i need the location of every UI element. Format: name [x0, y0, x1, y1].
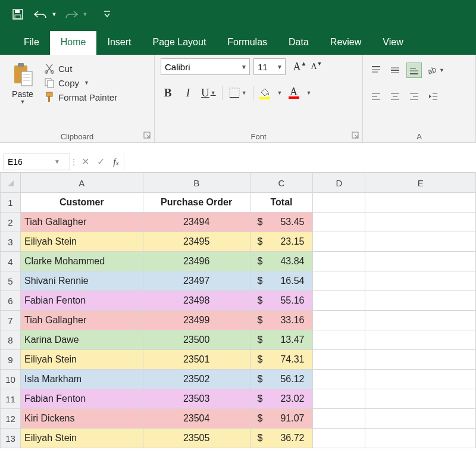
cell[interactable]: 23498: [143, 291, 250, 311]
enter-formula-icon[interactable]: ✓: [93, 156, 108, 167]
cell[interactable]: [313, 350, 365, 370]
cell[interactable]: $23.02: [250, 389, 313, 409]
copy-dropdown-icon[interactable]: ▼: [84, 80, 89, 86]
cell[interactable]: $56.12: [250, 370, 313, 389]
row-header[interactable]: 9: [1, 350, 21, 370]
cell[interactable]: [365, 370, 476, 389]
chevron-down-icon[interactable]: ▼: [274, 64, 285, 70]
select-all-button[interactable]: [1, 173, 21, 193]
formula-input[interactable]: [124, 154, 476, 170]
cell[interactable]: $16.54: [250, 271, 313, 291]
underline-button[interactable]: U▼: [201, 86, 216, 100]
row-header[interactable]: 13: [1, 429, 21, 448]
cut-button[interactable]: Cut: [44, 63, 117, 74]
cell[interactable]: Isla Markham: [20, 370, 143, 389]
align-middle-button[interactable]: [388, 63, 402, 77]
font-dialog-launcher-icon[interactable]: [352, 132, 360, 140]
cell[interactable]: 23497: [143, 271, 250, 291]
cell[interactable]: [313, 291, 365, 311]
align-right-button[interactable]: [407, 89, 421, 104]
cell[interactable]: 23505: [143, 429, 250, 448]
cell[interactable]: [365, 311, 476, 330]
cell[interactable]: [365, 213, 476, 232]
tab-formulas[interactable]: Formulas: [217, 31, 278, 55]
cell[interactable]: Eiliyah Stein: [20, 350, 143, 370]
fill-color-button[interactable]: [259, 87, 270, 99]
tab-home[interactable]: Home: [50, 31, 97, 55]
italic-button[interactable]: I: [181, 86, 195, 100]
tab-review[interactable]: Review: [320, 31, 372, 55]
cell[interactable]: [365, 252, 476, 271]
tab-file[interactable]: File: [13, 31, 50, 55]
redo-icon[interactable]: [63, 6, 80, 23]
cell[interactable]: $23.15: [250, 232, 313, 252]
cell[interactable]: 23499: [143, 311, 250, 330]
cell[interactable]: [313, 330, 365, 350]
chevron-down-icon[interactable]: ▼: [242, 90, 247, 96]
cell[interactable]: $53.45: [250, 213, 313, 232]
chevron-down-icon[interactable]: ▼: [211, 90, 216, 96]
cell[interactable]: [365, 429, 476, 448]
font-size-input[interactable]: [254, 62, 274, 72]
clipboard-dialog-launcher-icon[interactable]: [143, 132, 152, 140]
cell[interactable]: Eiliyah Stein: [20, 429, 143, 448]
tab-view[interactable]: View: [372, 31, 414, 55]
undo-dropdown-icon[interactable]: ▼: [51, 6, 57, 23]
cell[interactable]: Eiliyah Stein: [20, 232, 143, 252]
cell[interactable]: Clarke Mohammed: [20, 252, 143, 271]
font-color-button[interactable]: A: [289, 88, 299, 99]
align-left-button[interactable]: [369, 89, 383, 104]
bold-button[interactable]: B: [161, 86, 175, 100]
borders-button[interactable]: ▼: [228, 87, 247, 99]
cell[interactable]: [365, 271, 476, 291]
cell[interactable]: 23494: [143, 213, 250, 232]
tab-insert[interactable]: Insert: [96, 31, 142, 55]
cell[interactable]: $43.84: [250, 252, 313, 271]
save-icon[interactable]: [10, 6, 26, 23]
cell[interactable]: [313, 389, 365, 409]
cell[interactable]: [313, 271, 365, 291]
row-header[interactable]: 4: [1, 252, 21, 271]
cell[interactable]: [313, 429, 365, 448]
chevron-down-icon[interactable]: ▼: [52, 158, 62, 165]
cell[interactable]: 23504: [143, 409, 250, 429]
column-header-D[interactable]: D: [313, 173, 365, 193]
cell[interactable]: [365, 389, 476, 409]
align-top-button[interactable]: [369, 63, 383, 77]
row-header[interactable]: 2: [1, 213, 21, 232]
increase-font-size-button[interactable]: A▲: [293, 60, 307, 74]
cell[interactable]: Karina Dawe: [20, 330, 143, 350]
cell[interactable]: Total: [250, 193, 313, 213]
column-header-A[interactable]: A: [20, 173, 143, 193]
copy-button[interactable]: Copy ▼: [44, 77, 117, 88]
align-center-button[interactable]: [388, 89, 402, 104]
insert-function-icon[interactable]: fx: [108, 157, 124, 167]
orientation-button[interactable]: ab▼: [426, 63, 444, 77]
row-header[interactable]: 5: [1, 271, 21, 291]
cell[interactable]: $74.31: [250, 350, 313, 370]
cell[interactable]: 23496: [143, 252, 250, 271]
paste-dropdown-icon[interactable]: ▼: [20, 99, 26, 105]
cell[interactable]: Tiah Gallagher: [20, 213, 143, 232]
cell[interactable]: Purchase Order: [143, 193, 250, 213]
decrease-indent-button[interactable]: [426, 89, 440, 104]
cell[interactable]: 23502: [143, 370, 250, 389]
chevron-down-icon[interactable]: ▼: [277, 90, 283, 96]
undo-icon[interactable]: [32, 6, 49, 23]
row-header[interactable]: 7: [1, 311, 21, 330]
cell[interactable]: [365, 232, 476, 252]
cancel-formula-icon[interactable]: ✕: [77, 156, 93, 167]
redo-dropdown-icon[interactable]: ▼: [82, 6, 88, 23]
decrease-font-size-button[interactable]: A▼: [309, 60, 324, 74]
cell[interactable]: $91.07: [250, 409, 313, 429]
cell[interactable]: 23495: [143, 232, 250, 252]
row-header[interactable]: 12: [1, 409, 21, 429]
cell[interactable]: [365, 330, 476, 350]
cell[interactable]: Fabian Fenton: [20, 389, 143, 409]
format-painter-button[interactable]: Format Painter: [44, 92, 117, 102]
row-header[interactable]: 6: [1, 291, 21, 311]
cell[interactable]: Tiah Gallagher: [20, 311, 143, 330]
cell[interactable]: Fabian Fenton: [20, 291, 143, 311]
cell[interactable]: 23500: [143, 330, 250, 350]
cell[interactable]: 23501: [143, 350, 250, 370]
